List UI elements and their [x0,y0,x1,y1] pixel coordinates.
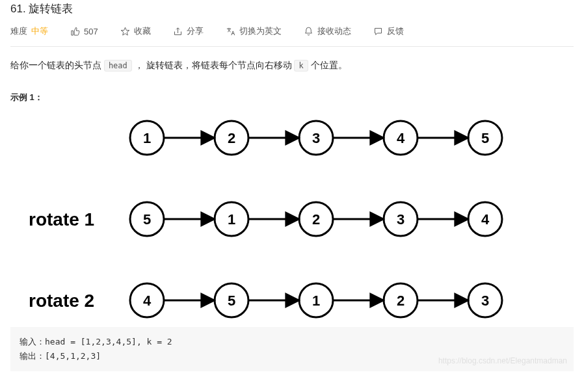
node-value: 5 [228,293,235,309]
subscribe-label: 接收动态 [317,25,351,37]
input-label: 输入： [20,337,45,346]
node-value: 5 [143,211,151,228]
node-value: 1 [312,293,320,309]
node-value: 2 [228,130,235,146]
star-icon [120,27,130,36]
node-value: 3 [481,293,489,309]
share-label: 分享 [187,25,204,37]
switch-language-label: 切换为英文 [239,25,282,37]
feedback-button[interactable]: 反馈 [373,25,404,37]
rotate-label-2: rotate 2 [29,291,94,311]
feedback-label: 反馈 [387,25,404,37]
favorite-label: 收藏 [134,25,151,37]
node-value: 3 [397,211,405,228]
meta-bar: 难度 中等 507 收藏 分享 切换为英文 接收动态 反馈 [10,25,574,47]
thumbs-up-icon [70,27,80,36]
output-label: 输出： [20,351,45,361]
node-value: 3 [312,130,320,146]
rotate-label-1: rotate 1 [29,209,94,229]
example-diagram: 1 2 3 4 5 rotate 1 5 1 2 3 [10,109,574,323]
node-value: 4 [397,130,405,146]
input-value: head = [1,2,3,4,5], k = 2 [45,337,172,346]
output-value: [4,5,1,2,3] [45,351,101,361]
example-title: 示例 1： [10,92,574,103]
problem-description: 给你一个链表的头节点 head ， 旋转链表，将链表每个节点向右移动 k 个位置… [10,57,574,73]
feedback-icon [373,27,383,36]
node-value: 2 [397,293,405,309]
node-value: 2 [312,211,320,228]
desc-code-k: k [294,60,308,72]
desc-text-1: 给你一个链表的头节点 [10,60,104,70]
desc-code-head: head [104,60,132,72]
difficulty-value: 中等 [31,25,48,37]
node-value: 1 [143,130,151,146]
share-button[interactable]: 分享 [173,25,204,37]
node-value: 4 [481,211,490,228]
share-icon [173,27,183,36]
watermark: https://blog.csdn.net/Elegantmadman [438,354,567,367]
desc-text-3: 个位置。 [308,60,347,70]
diagram-row-3: rotate 2 4 5 1 2 3 [29,283,502,317]
desc-text-2: ， 旋转链表，将链表每个节点向右移动 [132,60,295,70]
difficulty: 难度 中等 [10,25,48,37]
switch-language-button[interactable]: 切换为英文 [226,25,282,37]
diagram-row-2: rotate 1 5 1 2 3 4 [29,202,502,236]
subscribe-button[interactable]: 接收动态 [304,25,351,37]
node-value: 5 [481,130,489,146]
translate-icon [226,27,235,36]
problem-title: 61. 旋转链表 [10,1,574,16]
diagram-row-1: 1 2 3 4 5 [130,121,502,155]
bell-icon [304,27,313,36]
difficulty-label: 难度 [10,25,27,37]
favorite-button[interactable]: 收藏 [120,25,151,37]
example-io-block: 输入：head = [1,2,3,4,5], k = 2 输出：[4,5,1,2… [10,327,574,371]
like-button[interactable]: 507 [70,27,98,36]
node-value: 1 [228,211,235,228]
like-count: 507 [84,27,98,36]
node-value: 4 [143,293,152,309]
